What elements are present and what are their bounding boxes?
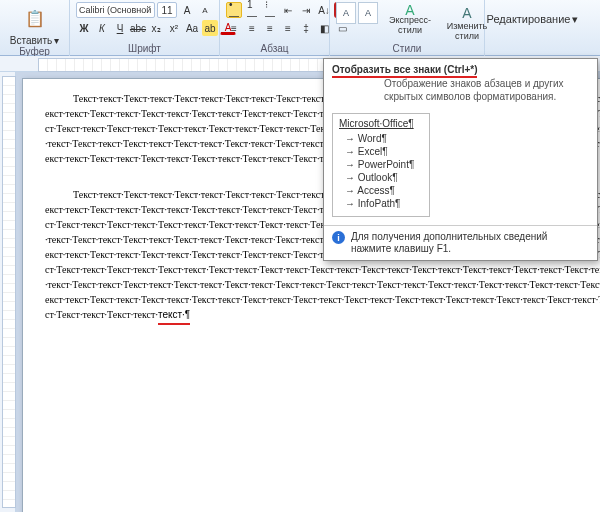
bold-button[interactable]: Ж <box>76 20 92 36</box>
line-spacing-button[interactable]: ‡ <box>298 20 314 36</box>
change-styles-icon: A <box>462 5 471 21</box>
font-group-label: Шрифт <box>76 43 213 54</box>
para-row-1: •— 1— ⁝— ⇤ ⇥ A↓ ¶ <box>226 2 323 18</box>
italic-button[interactable]: К <box>94 20 110 36</box>
align-left-button[interactable]: ≡ <box>226 20 242 36</box>
highlight-button[interactable]: ab <box>202 20 218 36</box>
paragraph-group-label: Абзац <box>226 43 323 54</box>
multilevel-button[interactable]: ⁝— <box>262 2 278 18</box>
tooltip-example-list: Word¶Excel¶PowerPoint¶Outlook¶Access¶Inf… <box>339 132 423 210</box>
ribbon-group-clipboard: 📋 Вставить ▾ Буфер обмена <box>0 0 70 56</box>
editing-group-label <box>491 43 574 54</box>
style-swatch-1[interactable]: A <box>336 2 356 24</box>
tooltip-description: Отображение знаков абзацев и других скры… <box>324 77 597 109</box>
align-right-button[interactable]: ≡ <box>262 20 278 36</box>
tooltip-example-item: Word¶ <box>345 132 423 145</box>
paste-label-row: Вставить ▾ <box>10 35 59 46</box>
shrink-font-button[interactable]: A <box>197 2 213 18</box>
tooltip-example-item: PowerPoint¶ <box>345 158 423 171</box>
quick-styles-label: Экспресс-стили <box>385 15 435 35</box>
ruler-vertical[interactable] <box>0 72 16 512</box>
paste-label[interactable]: Вставить <box>10 35 52 46</box>
editing-row: Редактирование ▾ <box>491 2 574 36</box>
strike-button[interactable]: abc <box>130 20 146 36</box>
tooltip-example-item: InfoPath¶ <box>345 197 423 210</box>
numbering-button[interactable]: 1— <box>244 2 260 18</box>
ribbon-group-font: Calibri (Основной текст) 11 A A Ж К Ч ab… <box>70 0 220 56</box>
quick-styles-icon: A <box>405 5 414 15</box>
tooltip-title: Отобразить все знаки (Ctrl+*) <box>324 59 597 77</box>
tooltip-example-box: Microsoft·Office¶ Word¶Excel¶PowerPoint¶… <box>332 113 430 217</box>
ribbon-group-paragraph: •— 1— ⁝— ⇤ ⇥ A↓ ¶ ≡ ≡ ≡ ≡ ‡ ◧ ▭ Абзац <box>220 0 330 56</box>
editing-label: Редактирование <box>487 13 571 25</box>
change-styles-label: Изменить стили <box>445 21 489 41</box>
increase-indent-button[interactable]: ⇥ <box>298 2 314 18</box>
superscript-button[interactable]: x² <box>166 20 182 36</box>
pilcrow-tooltip: Отобразить все знаки (Ctrl+*) Отображени… <box>323 58 598 261</box>
quick-styles-button[interactable]: A Экспресс-стили <box>382 2 438 38</box>
styles-gallery[interactable]: A A <box>336 2 378 24</box>
para-row-2: ≡ ≡ ≡ ≡ ‡ ◧ ▭ <box>226 20 323 36</box>
font-size-select[interactable]: 11 <box>157 2 177 18</box>
font-name-select[interactable]: Calibri (Основной текст) <box>76 2 155 18</box>
ribbon: 📋 Вставить ▾ Буфер обмена Calibri (Основ… <box>0 0 600 56</box>
ribbon-group-editing: Редактирование ▾ <box>485 0 580 56</box>
chevron-down-icon[interactable]: ▾ <box>54 35 59 46</box>
bullets-button[interactable]: •— <box>226 2 242 18</box>
font-row-1: Calibri (Основной текст) 11 A A <box>76 2 213 18</box>
editing-button[interactable]: Редактирование ▾ <box>491 12 574 27</box>
grow-font-button[interactable]: A <box>179 2 195 18</box>
align-justify-button[interactable]: ≡ <box>280 20 296 36</box>
tooltip-footer-text: Для получения дополнительных сведений на… <box>351 231 589 255</box>
decrease-indent-button[interactable]: ⇤ <box>280 2 296 18</box>
underline-button[interactable]: Ч <box>112 20 128 36</box>
styles-group-label: Стили <box>336 43 478 54</box>
tooltip-example-item: Excel¶ <box>345 145 423 158</box>
style-swatch-2[interactable]: A <box>358 2 378 24</box>
align-center-button[interactable]: ≡ <box>244 20 260 36</box>
font-row-2: Ж К Ч abc x₂ x² Aa ab A <box>76 20 213 36</box>
paste-button[interactable]: 📋 <box>15 2 55 34</box>
change-case-button[interactable]: Aa <box>184 20 200 36</box>
chevron-down-icon: ▾ <box>572 13 578 26</box>
subscript-button[interactable]: x₂ <box>148 20 164 36</box>
tooltip-example-heading: Microsoft·Office¶ <box>339 118 423 129</box>
ribbon-group-styles: A A A Экспресс-стили A Изменить стили Ст… <box>330 0 485 56</box>
tooltip-example-item: Outlook¶ <box>345 171 423 184</box>
paste-icon: 📋 <box>25 9 45 28</box>
tooltip-example-item: Access¶ <box>345 184 423 197</box>
info-icon: i <box>332 231 345 244</box>
styles-row: A A A Экспресс-стили A Изменить стили <box>336 2 478 36</box>
tooltip-footer: i Для получения дополнительных сведений … <box>324 225 597 260</box>
